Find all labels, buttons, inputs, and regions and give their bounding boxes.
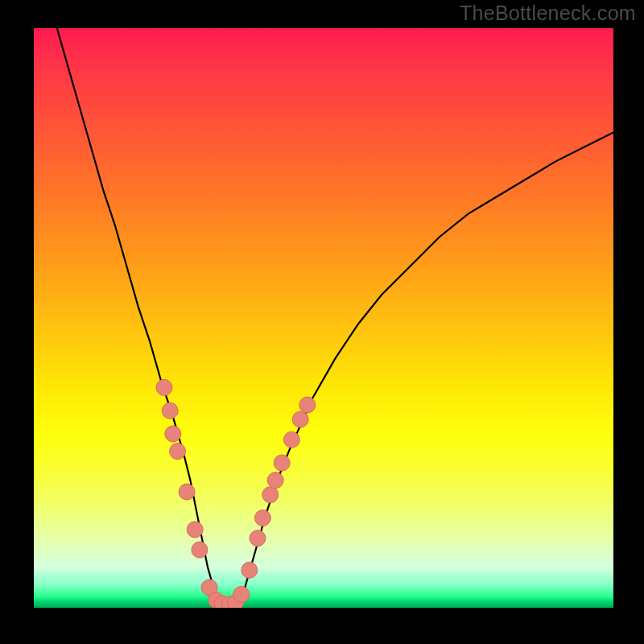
data-marker bbox=[192, 542, 208, 558]
data-marker bbox=[156, 379, 172, 395]
data-marker bbox=[283, 431, 299, 448]
data-markers bbox=[156, 379, 316, 608]
data-marker bbox=[179, 484, 195, 500]
data-marker bbox=[267, 473, 283, 489]
bottleneck-curve bbox=[57, 28, 613, 605]
data-marker bbox=[262, 487, 279, 503]
chart-frame: TheBottleneck.com bbox=[0, 0, 644, 644]
watermark-label: TheBottleneck.com bbox=[460, 2, 636, 25]
data-marker bbox=[250, 530, 266, 547]
data-marker bbox=[274, 455, 290, 471]
plot-area bbox=[34, 28, 613, 608]
data-marker bbox=[162, 402, 178, 419]
curve-path bbox=[57, 28, 613, 605]
data-marker bbox=[233, 586, 250, 602]
chart-svg bbox=[34, 28, 613, 608]
data-marker bbox=[170, 444, 186, 460]
data-marker bbox=[292, 411, 308, 427]
data-marker bbox=[165, 426, 181, 442]
data-marker bbox=[187, 522, 203, 538]
data-marker bbox=[254, 510, 270, 526]
data-marker bbox=[299, 397, 316, 413]
data-marker bbox=[242, 562, 258, 578]
